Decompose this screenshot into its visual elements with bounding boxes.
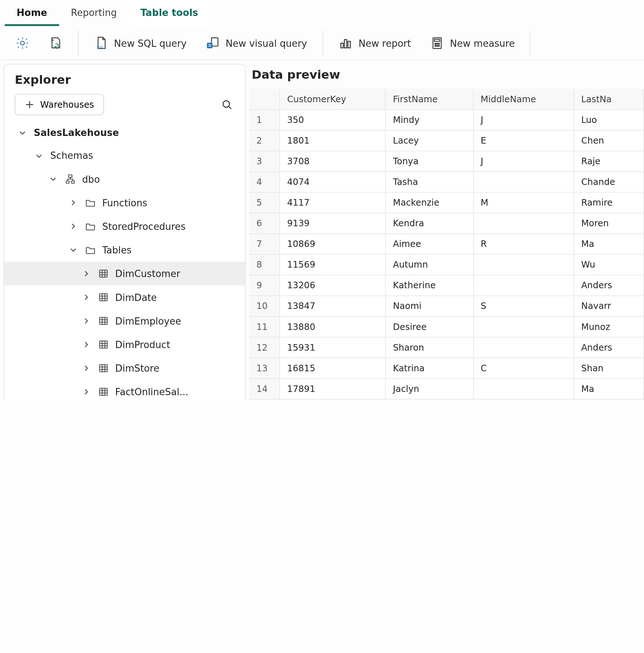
cell-middlename: E [474, 131, 574, 151]
ribbon-tabs: Home Reporting Table tools [0, 0, 644, 26]
cell-customerkey: 350 [280, 110, 386, 131]
tree-node-dbo[interactable]: dbo [4, 167, 245, 191]
tree-node-table-dimemployee[interactable]: DimEmployee [4, 309, 245, 332]
table-row[interactable]: 33708TonyaJRaje [249, 151, 644, 172]
rownum-cell: 3 [249, 151, 280, 172]
chevron-right-icon [68, 221, 78, 232]
tree-node-table-dimstore[interactable]: DimStore [4, 356, 245, 380]
rownum-cell: 7 [249, 234, 280, 255]
cell-lastna: Navarr [574, 296, 644, 317]
table-row[interactable]: 1517901JasmineLPrice [249, 400, 644, 400]
svg-rect-10 [434, 39, 440, 41]
tree-node-table-factonlinesal[interactable]: FactOnlineSal... [4, 380, 245, 400]
tree-node-storedprocedures[interactable]: StoredProcedures [4, 215, 245, 238]
cell-middlename [474, 379, 574, 400]
tab-reporting[interactable]: Reporting [59, 0, 129, 26]
cell-lastna: Ma [574, 379, 644, 400]
new-sql-query-button[interactable]: SQL New SQL query [87, 31, 194, 55]
cell-middlename: S [474, 296, 574, 317]
rownum-header[interactable] [249, 89, 280, 110]
rownum-cell: 14 [249, 379, 280, 400]
table-row[interactable]: 69139KendraMoren [249, 213, 644, 234]
folder-icon [84, 197, 96, 209]
table-icon [97, 339, 109, 351]
table-row[interactable]: 913206KatherineAnders [249, 276, 644, 296]
cell-customerkey: 17901 [280, 400, 386, 400]
warehouses-button[interactable]: Warehouses [15, 94, 104, 115]
cell-firstname: Mackenzie [386, 193, 474, 213]
column-header-customerkey[interactable]: CustomerKey [280, 89, 386, 110]
cell-middlename [474, 317, 574, 338]
table-row[interactable]: 710869AimeeRMa [249, 234, 644, 255]
table-row[interactable]: 811569AutumnWu [249, 255, 644, 276]
calculator-icon [430, 36, 444, 50]
cell-firstname: Jaclyn [386, 379, 474, 400]
cell-middlename [474, 172, 574, 193]
table-row[interactable]: 1316815KatrinaCShan [249, 358, 644, 379]
tab-table-tools[interactable]: Table tools [129, 0, 210, 26]
table-label: DimStore [115, 363, 159, 374]
chevron-right-icon [81, 315, 91, 326]
tree-node-table-dimdate[interactable]: DimDate [4, 285, 245, 309]
cell-customerkey: 13206 [280, 276, 386, 296]
column-header-lastna[interactable]: LastNa [574, 89, 644, 110]
table-row[interactable]: 21801LaceyEChen [249, 131, 644, 151]
new-report-button[interactable]: New report [331, 31, 418, 55]
cell-firstname: Autumn [386, 255, 474, 276]
table-row[interactable]: 1417891JaclynMa [249, 379, 644, 400]
tree-node-table-dimcustomer[interactable]: DimCustomer [4, 262, 245, 285]
search-button[interactable] [219, 97, 234, 112]
tree-node-tables[interactable]: Tables [4, 238, 245, 262]
cell-customerkey: 16815 [280, 358, 386, 379]
settings-button[interactable] [8, 31, 37, 55]
cell-lastna: Price [574, 400, 644, 400]
rownum-cell: 10 [249, 296, 280, 317]
cell-customerkey: 13847 [280, 296, 386, 317]
rownum-cell: 2 [249, 131, 280, 151]
table-icon [97, 362, 109, 374]
cell-customerkey: 13880 [280, 317, 386, 338]
table-row[interactable]: 1215931SharonAnders [249, 338, 644, 358]
rownum-cell: 8 [249, 255, 280, 276]
cell-lastna: Anders [574, 338, 644, 358]
tree-node-schemas[interactable]: Schemas [4, 144, 245, 168]
column-header-middlename[interactable]: MiddleName [474, 89, 574, 110]
rownum-cell: 12 [249, 338, 280, 358]
chevron-right-icon [81, 339, 91, 350]
table-label: DimProduct [115, 339, 170, 350]
tree-node-table-dimproduct[interactable]: DimProduct [4, 333, 245, 356]
table-row[interactable]: 1350MindyJLuo [249, 110, 644, 131]
column-header-firstname[interactable]: FirstName [386, 89, 474, 110]
cell-lastna: Chen [574, 131, 644, 151]
table-row[interactable]: 54117MackenzieMRamire [249, 193, 644, 213]
table-icon [97, 315, 109, 327]
refresh-icon [49, 36, 63, 50]
svg-rect-4 [208, 44, 211, 45]
tree-node-saleslakehouse[interactable]: SalesLakehouse [4, 121, 245, 144]
cell-lastna: Raje [574, 151, 644, 172]
svg-rect-23 [100, 317, 107, 325]
new-visual-query-button[interactable]: New visual query [199, 31, 314, 55]
table-row[interactable]: 1113880DesireeMunoz [249, 317, 644, 338]
cell-middlename: J [474, 151, 574, 172]
table-icon [97, 386, 109, 398]
tab-home[interactable]: Home [5, 0, 59, 26]
cell-customerkey: 1801 [280, 131, 386, 151]
table-row[interactable]: 44074TashaChande [249, 172, 644, 193]
svg-point-12 [436, 43, 437, 44]
new-measure-button[interactable]: New measure [423, 31, 522, 55]
cell-customerkey: 15931 [280, 338, 386, 358]
cell-firstname: Katherine [386, 276, 474, 296]
refresh-button[interactable] [41, 31, 70, 55]
cell-lastna: Luo [574, 110, 644, 131]
tree-node-functions[interactable]: Functions [4, 191, 245, 214]
cell-firstname: Tasha [386, 172, 474, 193]
visual-query-icon [205, 36, 220, 50]
svg-rect-5 [208, 46, 211, 46]
new-report-label: New report [358, 38, 411, 49]
cell-customerkey: 4074 [280, 172, 386, 193]
explorer-panel: Explorer Warehouses SalesLakehouse Schem… [4, 64, 246, 400]
svg-rect-3 [207, 43, 212, 48]
table-row[interactable]: 1013847NaomiSNavarr [249, 296, 644, 317]
warehouses-label: Warehouses [40, 99, 94, 110]
